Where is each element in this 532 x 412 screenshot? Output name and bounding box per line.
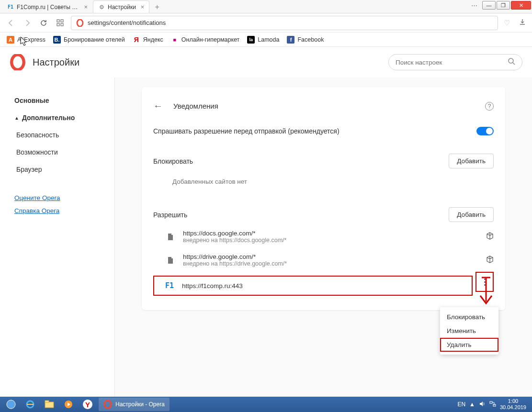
bookmark-hypermarket[interactable]: ■Онлайн-гипермаркет: [171, 36, 240, 44]
bookmark-facebook[interactable]: fFacebook: [287, 36, 324, 44]
start-button[interactable]: [2, 398, 20, 411]
minimize-button[interactable]: —: [482, 1, 496, 10]
file-icon: [165, 256, 176, 264]
taskbar-task-label: Настройки - Opera: [115, 401, 165, 408]
tab-title: F1Comp.ru | Советы и лайф: [17, 4, 79, 11]
bookmark-label: Онлайн-гипермаркет: [181, 36, 240, 43]
cube-icon[interactable]: [486, 232, 494, 242]
cube-icon[interactable]: [486, 256, 494, 265]
tab-close-icon[interactable]: ×: [141, 3, 145, 11]
site-url: https://f1comp.ru:443: [182, 282, 243, 290]
taskbar-ie[interactable]: [21, 398, 39, 411]
address-bar[interactable]: [71, 16, 498, 30]
settings-sidebar: Основные ▲Дополнительно Безопасность Воз…: [0, 78, 115, 397]
taskbar-media[interactable]: [59, 398, 78, 411]
sidebar-rate-link[interactable]: Оцените Opera: [14, 191, 114, 204]
svg-rect-0: [57, 20, 59, 22]
bookmark-yandex[interactable]: ЯЯндекс: [133, 36, 163, 44]
bookmark-label: Lamoda: [258, 36, 279, 43]
tab-settings[interactable]: ⚙ Настройки ×: [93, 0, 149, 13]
site-menu-button[interactable]: [475, 272, 494, 292]
settings-main: ← Уведомления ? Спрашивать разрешение пе…: [115, 78, 532, 397]
sidebar-security[interactable]: Безопасность: [14, 126, 114, 144]
ask-permission-row: Спрашивать разрешение перед отправкой (р…: [153, 124, 494, 145]
bookmark-label: Бронирование отелей: [64, 36, 125, 43]
opera-icon: [103, 400, 112, 409]
bookmark-label: AliExpress: [17, 36, 45, 43]
bookmark-booking[interactable]: B.Бронирование отелей: [53, 36, 125, 44]
allowed-site-row-highlighted[interactable]: F1 https://f1comp.ru:443: [153, 276, 473, 296]
settings-search[interactable]: [388, 54, 522, 70]
site-url: https://docs.google.com/*: [183, 230, 286, 237]
add-blocked-button[interactable]: Добавить: [449, 154, 494, 168]
allowed-site-row[interactable]: https://drive.google.com/* внедрено на h…: [153, 248, 494, 272]
blocked-empty-text: Добавленных сайтов нет: [153, 171, 494, 187]
new-tab-button[interactable]: +: [149, 0, 164, 13]
taskbar-explorer[interactable]: [40, 398, 58, 411]
sidebar-advanced[interactable]: ▲Дополнительно: [14, 109, 114, 126]
allow-section-label: Разрешить: [153, 211, 187, 219]
taskbar-lang[interactable]: EN: [457, 401, 465, 408]
site-context-menu: Блокировать Изменить Удалить: [440, 307, 498, 355]
maximize-button[interactable]: ❐: [497, 1, 510, 10]
tray-flag-icon[interactable]: ▲: [469, 401, 475, 408]
close-button[interactable]: ✕: [511, 1, 531, 10]
kebab-icon: [484, 278, 486, 286]
speed-dial-button[interactable]: [55, 18, 65, 28]
clock-date: 30.04.2019: [500, 404, 526, 411]
sidebar-basic[interactable]: Основные: [14, 92, 114, 109]
add-allowed-button[interactable]: Добавить: [449, 207, 494, 222]
reload-button[interactable]: [38, 18, 49, 28]
bookmark-lamoda[interactable]: laLamoda: [247, 36, 279, 44]
settings-header: Настройки: [0, 47, 532, 78]
forward-button[interactable]: [22, 18, 33, 28]
svg-point-5: [11, 55, 24, 69]
tab-close-icon[interactable]: ×: [84, 3, 88, 11]
search-icon: [508, 57, 515, 67]
svg-point-4: [77, 19, 83, 26]
help-icon[interactable]: ?: [485, 102, 494, 111]
tray-volume-icon[interactable]: [479, 401, 486, 409]
window-menu-icon[interactable]: ⋯: [471, 2, 477, 9]
sidebar-browser[interactable]: Браузер: [14, 161, 114, 178]
svg-point-6: [509, 58, 513, 63]
bookmark-aliexpress[interactable]: AAliExpress: [7, 36, 45, 44]
back-button[interactable]: [6, 18, 16, 28]
tab-title: Настройки: [108, 4, 136, 11]
sidebar-help-link[interactable]: Справка Opera: [14, 204, 114, 217]
page-title: Настройки: [33, 57, 79, 68]
svg-point-12: [104, 401, 111, 409]
svg-rect-3: [61, 23, 63, 26]
menu-delete[interactable]: Удалить: [440, 338, 498, 352]
taskbar-yandex[interactable]: Y: [79, 398, 97, 411]
site-sub: внедрено на https://drive.google.com/*: [183, 260, 287, 267]
svg-rect-13: [490, 401, 492, 403]
file-icon: [165, 233, 176, 241]
bookmark-label: Facebook: [297, 36, 324, 43]
block-section-label: Блокировать: [153, 157, 193, 165]
menu-block[interactable]: Блокировать: [440, 310, 498, 324]
tab-f1comp[interactable]: F1 F1Comp.ru | Советы и лайф ×: [2, 0, 93, 13]
download-icon[interactable]: [519, 18, 526, 28]
sidebar-features[interactable]: Возможности: [14, 144, 114, 161]
settings-search-input[interactable]: [396, 59, 504, 66]
opera-icon: [76, 19, 84, 27]
menu-edit[interactable]: Изменить: [440, 324, 498, 338]
ask-permission-label: Спрашивать разрешение перед отправкой (р…: [153, 127, 340, 135]
tray-network-icon[interactable]: [489, 401, 496, 409]
back-arrow-icon[interactable]: ←: [153, 100, 163, 111]
taskbar-clock[interactable]: 1:00 30.04.2019: [500, 398, 526, 410]
favicon-f1: F1: [164, 281, 175, 290]
bookmark-label: Яндекс: [143, 36, 163, 43]
gear-icon: ⚙: [98, 4, 105, 11]
url-input[interactable]: [88, 19, 493, 26]
allowed-site-row[interactable]: https://docs.google.com/* внедрено на ht…: [153, 225, 494, 248]
site-url: https://drive.google.com/*: [183, 253, 287, 260]
taskbar: Y Настройки - Opera EN ▲ 1:00 30.04.2019: [0, 397, 532, 412]
favicon-f1: F1: [7, 4, 14, 11]
site-sub: внедрено на https://docs.google.com/*: [183, 237, 286, 244]
taskbar-opera-task[interactable]: Настройки - Opera: [99, 398, 170, 411]
breadcrumb-label: Уведомления: [173, 102, 218, 110]
heart-icon[interactable]: ♡: [504, 19, 510, 27]
ask-permission-toggle[interactable]: [476, 127, 494, 135]
